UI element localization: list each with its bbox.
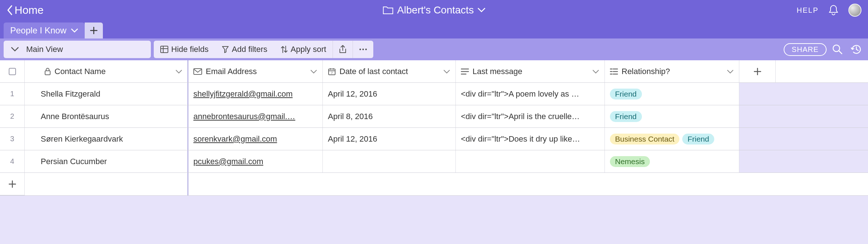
empty-cell xyxy=(739,83,868,105)
column-header-contact-name[interactable]: Contact Name xyxy=(25,60,188,82)
column-header-relationship[interactable]: Relationship? xyxy=(605,60,739,82)
tab-label: People I Know xyxy=(10,25,67,36)
cell-last-message[interactable]: <div dir="ltr">A poem lovely as … xyxy=(456,83,605,105)
help-link[interactable]: HELP xyxy=(797,6,819,15)
email-link[interactable]: sorenkvark@gmail.com xyxy=(193,134,277,144)
svg-point-2 xyxy=(362,49,364,50)
back-home-label: Home xyxy=(15,4,44,16)
cell-last-message[interactable]: <div dir="ltr">Does it dry up like… xyxy=(456,128,605,150)
hide-fields-button[interactable]: Hide fields xyxy=(154,41,215,58)
topbar-right: HELP xyxy=(797,4,861,17)
relationship-pill: Friend xyxy=(610,111,642,122)
search-icon xyxy=(832,44,843,55)
relationship-pill: Business Contact xyxy=(610,134,679,145)
svg-text:7: 7 xyxy=(331,71,333,75)
cell-last-message[interactable] xyxy=(456,150,605,172)
chevron-down-icon xyxy=(71,28,78,33)
table-row[interactable]: 3Søren Kierkegaardvarksorenkvark@gmail.c… xyxy=(0,128,868,150)
cell-contact-name[interactable]: Shella Fitzgerald xyxy=(25,83,188,105)
document-title-button[interactable]: Albert's Contacts xyxy=(383,4,486,16)
plus-icon xyxy=(9,180,16,188)
cell-contact-name[interactable]: Persian Cucumber xyxy=(25,150,188,172)
history-button[interactable] xyxy=(848,41,864,57)
relationship-pill: Friend xyxy=(682,134,714,145)
ellipsis-icon xyxy=(359,48,367,51)
share-up-icon xyxy=(339,45,347,54)
cell-contact-name[interactable]: Søren Kierkegaardvark xyxy=(25,128,188,150)
user-avatar[interactable] xyxy=(848,4,861,17)
sort-icon xyxy=(281,45,288,53)
select-all-cell[interactable] xyxy=(0,60,25,82)
share-button[interactable]: SHARE xyxy=(784,43,827,56)
cell-email[interactable]: shellyjfitzgerald@gmail.com xyxy=(188,83,323,105)
text-lines-icon xyxy=(461,68,469,75)
view-picker[interactable]: Main View xyxy=(4,41,151,58)
cell-contact-name[interactable]: Anne Brontësaurus xyxy=(25,105,188,127)
envelope-icon xyxy=(193,68,202,75)
email-link[interactable]: pcukes@gmail.com xyxy=(193,157,263,166)
checkbox-icon xyxy=(9,68,16,75)
export-button[interactable] xyxy=(333,41,353,58)
add-column-button[interactable] xyxy=(739,60,776,82)
row-number[interactable]: 2 xyxy=(0,105,25,127)
cell-date[interactable]: April 12, 2016 xyxy=(323,128,456,150)
hide-fields-label: Hide fields xyxy=(171,45,209,54)
tab-people-i-know[interactable]: People I Know xyxy=(4,23,85,38)
cell-date[interactable] xyxy=(323,150,456,172)
cell-relationship[interactable]: Business ContactFriend xyxy=(605,128,739,150)
row-number[interactable]: 1 xyxy=(0,83,25,105)
column-header-email[interactable]: Email Address xyxy=(188,60,323,82)
chevron-down-icon xyxy=(727,69,734,74)
plus-icon xyxy=(754,68,761,75)
cell-email[interactable]: annebrontesaurus@gmail.… xyxy=(188,105,323,127)
add-row-button[interactable] xyxy=(0,173,25,195)
cell-date[interactable]: April 8, 2016 xyxy=(323,105,456,127)
svg-point-3 xyxy=(365,49,367,50)
column-label: Last message xyxy=(473,67,522,76)
add-filters-button[interactable]: Add filters xyxy=(215,41,274,58)
cell-date[interactable]: April 12, 2016 xyxy=(323,83,456,105)
view-tools-group: Hide fields Add filters Apply sort xyxy=(154,41,373,58)
column-header-date[interactable]: 7 Date of last contact xyxy=(323,60,456,82)
column-label: Email Address xyxy=(206,67,257,76)
grid-header-row: Contact Name Email Address 7 Date of las… xyxy=(0,60,868,83)
search-button[interactable] xyxy=(829,41,845,57)
column-label: Relationship? xyxy=(622,67,670,76)
lock-icon xyxy=(44,68,51,76)
more-options-button[interactable] xyxy=(353,41,373,58)
column-label: Date of last contact xyxy=(339,67,408,76)
cell-relationship[interactable]: Nemesis xyxy=(605,150,739,172)
table-row[interactable]: 2Anne Brontësaurusannebrontesaurus@gmail… xyxy=(0,105,868,128)
apply-sort-label: Apply sort xyxy=(291,45,326,54)
row-number[interactable]: 4 xyxy=(0,150,25,172)
tab-row: People I Know xyxy=(0,20,868,38)
row-number[interactable]: 3 xyxy=(0,128,25,150)
empty-cell xyxy=(739,150,868,172)
email-link[interactable]: shellyjfitzgerald@gmail.com xyxy=(193,89,293,99)
bell-icon[interactable] xyxy=(828,4,839,16)
apply-sort-button[interactable]: Apply sort xyxy=(274,41,333,58)
back-home-button[interactable]: Home xyxy=(7,4,44,16)
data-grid: Contact Name Email Address 7 Date of las… xyxy=(0,60,868,196)
svg-rect-0 xyxy=(161,46,168,53)
cell-relationship[interactable]: Friend xyxy=(605,83,739,105)
cell-last-message[interactable]: <div dir="ltr">April is the cruelle… xyxy=(456,105,605,127)
svg-rect-7 xyxy=(194,69,202,74)
column-label: Contact Name xyxy=(55,67,106,76)
chevron-left-icon xyxy=(7,5,14,16)
table-row[interactable]: 1Shella Fitzgeraldshellyjfitzgerald@gmai… xyxy=(0,83,868,105)
add-filters-label: Add filters xyxy=(232,45,268,54)
column-header-last-message[interactable]: Last message xyxy=(456,60,605,82)
add-tab-button[interactable] xyxy=(85,23,103,38)
document-title-label: Albert's Contacts xyxy=(397,4,474,16)
email-link[interactable]: annebrontesaurus@gmail.… xyxy=(193,112,295,121)
footer-cell xyxy=(188,173,868,195)
cell-email[interactable]: sorenkvark@gmail.com xyxy=(188,128,323,150)
view-picker-label: Main View xyxy=(26,45,63,54)
multiselect-icon xyxy=(610,68,618,75)
cell-email[interactable]: pcukes@gmail.com xyxy=(188,150,323,172)
table-row[interactable]: 4Persian Cucumberpcukes@gmail.comNemesis xyxy=(0,150,868,173)
cell-relationship[interactable]: Friend xyxy=(605,105,739,127)
svg-point-1 xyxy=(359,49,361,50)
grid-icon xyxy=(160,46,168,53)
